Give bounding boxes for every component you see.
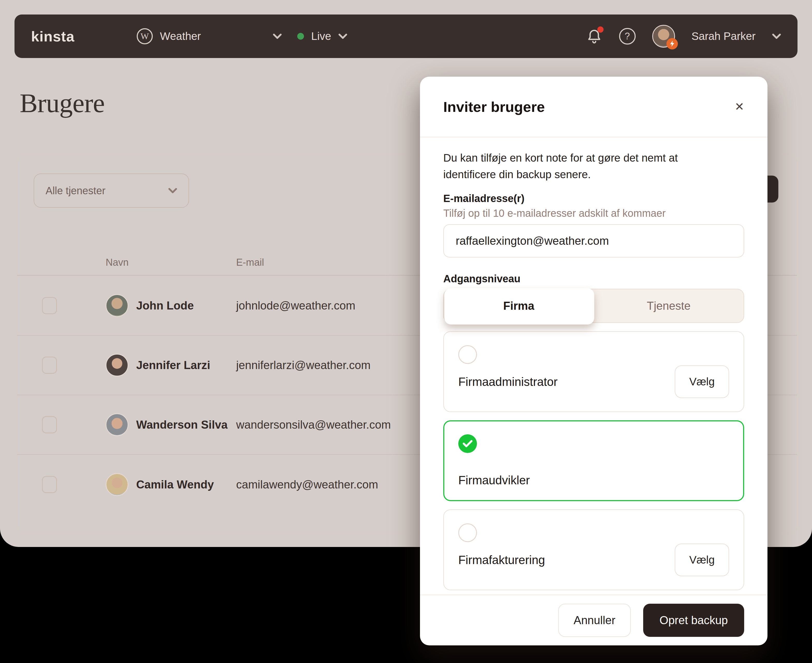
environment-label: Live <box>311 30 331 42</box>
notifications-button[interactable] <box>586 28 602 45</box>
modal-title: Inviter brugere <box>443 99 735 115</box>
email-input[interactable] <box>443 224 744 257</box>
close-icon[interactable]: ✕ <box>735 101 744 112</box>
choose-role-button[interactable]: Vælg <box>675 365 729 398</box>
kinsta-logo: kinsta <box>31 28 74 45</box>
radio-unchecked-icon[interactable] <box>458 345 477 364</box>
role-card-firmaadministrator[interactable]: Firmaadministrator Vælg <box>443 331 744 412</box>
cancel-button[interactable]: Annuller <box>558 604 631 637</box>
chevron-down-icon[interactable] <box>772 33 781 39</box>
modal-footer: Annuller Opret backup <box>420 595 767 645</box>
lightning-badge-icon <box>667 38 678 50</box>
help-button[interactable]: ? <box>619 28 636 45</box>
role-label: Firmaudvikler <box>458 473 530 487</box>
create-backup-button[interactable]: Opret backup <box>643 604 744 637</box>
services-filter-label: Alle tjenester <box>45 185 168 197</box>
role-label: Firmafakturering <box>458 553 545 567</box>
column-header-name: Navn <box>91 257 236 268</box>
tab-tjeneste[interactable]: Tjeneste <box>594 289 744 322</box>
radio-unchecked-icon[interactable] <box>458 523 477 542</box>
avatar <box>106 473 128 496</box>
site-switcher-label: Weather <box>160 30 273 42</box>
notification-badge <box>597 26 604 32</box>
page-title: Brugere <box>20 87 105 118</box>
avatar <box>106 354 128 377</box>
row-checkbox[interactable] <box>42 416 57 433</box>
modal-body: Du kan tilføje en kort note for at gøre … <box>420 137 767 595</box>
top-navigation-bar: kinsta W Weather Live ? <box>15 15 797 58</box>
user-name: John Lode <box>136 299 194 312</box>
site-switcher[interactable]: W Weather <box>137 28 282 44</box>
modal-description: Du kan tilføje en kort note for at gøre … <box>443 150 728 183</box>
email-field-label: E-mailadresse(r) <box>443 193 744 204</box>
avatar <box>106 294 128 317</box>
role-card-firmaudvikler[interactable]: Firmaudvikler <box>443 420 744 501</box>
chevron-down-icon <box>338 33 347 39</box>
user-name: Sarah Parker <box>692 30 755 42</box>
email-field-hint: Tilføj op til 10 e-mailadresser adskilt … <box>443 207 744 219</box>
chevron-down-icon <box>273 33 282 39</box>
radio-checked-icon[interactable] <box>458 434 477 453</box>
tab-firma[interactable]: Firma <box>444 289 594 322</box>
environment-switcher[interactable]: Live <box>297 30 347 42</box>
row-checkbox[interactable] <box>42 357 57 374</box>
row-checkbox[interactable] <box>42 297 57 314</box>
chevron-down-icon <box>168 188 177 194</box>
user-name: Jennifer Larzi <box>136 359 210 372</box>
access-level-tabs: Firma Tjeneste <box>443 289 744 323</box>
nav-right-cluster: ? Sarah Parker <box>586 25 781 48</box>
choose-role-button[interactable]: Vælg <box>675 543 729 576</box>
live-status-dot <box>297 33 304 40</box>
services-filter-select[interactable]: Alle tjenester <box>34 173 189 208</box>
user-name: Camila Wendy <box>136 478 214 491</box>
role-label: Firmaadministrator <box>458 375 557 389</box>
avatar <box>106 413 128 436</box>
modal-header: Inviter brugere ✕ <box>420 77 767 137</box>
access-level-label: Adgangsniveau <box>443 273 744 285</box>
avatar[interactable] <box>652 25 675 48</box>
wordpress-icon: W <box>137 28 153 44</box>
user-name: Wanderson Silva <box>136 418 228 431</box>
invite-users-modal: Inviter brugere ✕ Du kan tilføje en kort… <box>420 77 767 645</box>
role-card-firmafakturering[interactable]: Firmafakturering Vælg <box>443 509 744 590</box>
row-checkbox[interactable] <box>42 476 57 493</box>
